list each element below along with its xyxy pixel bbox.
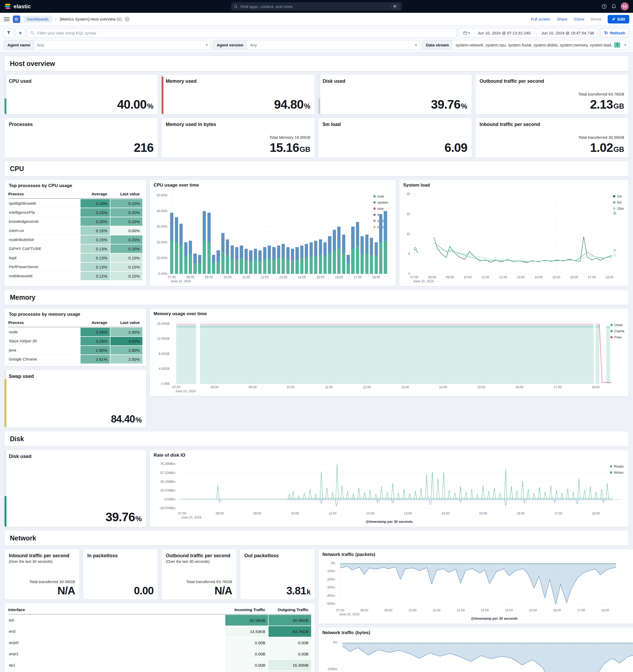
svg-text:13:00: 13:00 bbox=[517, 275, 525, 279]
svg-text:18:00: 18:00 bbox=[601, 608, 609, 612]
svg-text:-19.07MB/s: -19.07MB/s bbox=[159, 506, 175, 510]
svg-text:-500/s: -500/s bbox=[326, 602, 335, 605]
svg-text:June 10, 2024: June 10, 2024 bbox=[175, 389, 196, 393]
global-search[interactable]: ⌘/ bbox=[231, 2, 402, 11]
metric-value: 2.13GB bbox=[590, 97, 624, 112]
metric-row-1: CPU used40.00%Memory used94.80%Disk used… bbox=[4, 74, 629, 115]
full-screen-link[interactable]: Full screen bbox=[531, 17, 550, 21]
help-icon[interactable]: ? bbox=[602, 4, 607, 9]
process-name: mobileassetd bbox=[8, 272, 80, 280]
svg-text:June 10, 2024: June 10, 2024 bbox=[339, 613, 359, 616]
network-packets-chart-panel: Network traffic (packets) 0/s-100/s-200/… bbox=[319, 549, 633, 624]
heat-cell: 0.00B bbox=[225, 660, 268, 670]
refresh-button[interactable]: ↻ Refresh bbox=[600, 28, 629, 38]
svg-text:16.00GB: 16.00GB bbox=[157, 322, 170, 326]
search-icon bbox=[234, 4, 238, 8]
metric-value-block: Total transferred 63.76GBN/A bbox=[186, 579, 232, 597]
metric-progress-strip bbox=[4, 450, 6, 527]
heat-cell: 30.56GB bbox=[269, 615, 311, 626]
svg-text:18:00: 18:00 bbox=[606, 275, 613, 279]
svg-text:20.00%: 20.00% bbox=[156, 240, 168, 244]
metric-panel-disk-used: Disk used39.76% bbox=[318, 74, 472, 115]
metric-value: 94.80% bbox=[274, 97, 310, 112]
network-packets-chart: 0/s-100/s-200/s-300/s-400/s-500/s07:0008… bbox=[322, 559, 633, 617]
metric-value: 6.09 bbox=[445, 140, 467, 155]
metric-panel-in-packetloss: In packetloss0.00 bbox=[83, 549, 158, 600]
metric-row-2: Processes216Memory used in bytesTotal Me… bbox=[4, 118, 629, 158]
process-name: anpi0 bbox=[8, 637, 225, 648]
heat-cell: 0.10% bbox=[110, 254, 143, 262]
nav-menu-icon[interactable] bbox=[4, 17, 9, 21]
filter-menu-button[interactable] bbox=[4, 28, 13, 38]
table-row: ap10.00B16.35MB bbox=[8, 660, 311, 670]
heat-cell: 0.12% bbox=[80, 272, 110, 280]
metric-title: Inbound traffic per second bbox=[9, 553, 76, 558]
metric-title: Out packetloss bbox=[245, 553, 311, 558]
metric-value: 39.76% bbox=[106, 510, 142, 524]
table-row: PerfPowerServic0.13%0.10% bbox=[8, 263, 143, 271]
heat-cell: 2.61% bbox=[80, 355, 110, 363]
breadcrumb-dashboards[interactable]: Dashboards bbox=[23, 16, 52, 23]
control-agent-name[interactable]: Agent name Any ▾ bbox=[4, 40, 211, 50]
heat-cell: 3.29% bbox=[80, 337, 110, 345]
svg-text:5: 5 bbox=[408, 252, 410, 256]
elastic-brand[interactable]: elastic bbox=[4, 3, 31, 10]
svg-text:4.00GB: 4.00GB bbox=[159, 367, 170, 371]
table-row: spotlightknowle0.29%0.20% bbox=[8, 199, 143, 208]
svg-text:11:00: 11:00 bbox=[325, 385, 332, 389]
table-header: Process Average Last value bbox=[8, 319, 143, 327]
metric-number: 1.02 bbox=[590, 140, 613, 155]
control-agent-version[interactable]: Agent version Any ▾ bbox=[213, 40, 420, 50]
metric-unit: % bbox=[147, 102, 153, 111]
date-range-start[interactable]: Jun 10, 2024 @ 07:13:32.240 bbox=[474, 31, 534, 35]
metric-number: N/A bbox=[58, 585, 75, 597]
svg-text:08:00: 08:00 bbox=[186, 275, 194, 279]
cpu-process-table-body: spotlightknowle0.29%0.20%IntelligencePla… bbox=[8, 199, 143, 280]
process-name: en0 bbox=[8, 626, 225, 637]
svg-text:38.15MB/s: 38.15MB/s bbox=[160, 480, 175, 484]
breadcrumb-current: [Metrics System] Host overview (1) bbox=[60, 17, 122, 21]
heat-cell: 2.80% bbox=[110, 346, 143, 354]
cpu-top-processes-panel: Top processes by CPU usage Process Avera… bbox=[4, 179, 146, 286]
dashboard-toolbar: D Dashboards › [Metrics System] Host ove… bbox=[0, 13, 633, 26]
process-name: awdl0 bbox=[8, 671, 225, 672]
svg-text:16:00: 16:00 bbox=[517, 512, 525, 515]
calendar-button[interactable]: ▾ bbox=[459, 28, 474, 38]
svg-text:14:00: 14:00 bbox=[535, 275, 542, 279]
svg-text:-100/s: -100/s bbox=[326, 569, 335, 573]
space-badge[interactable]: D bbox=[13, 16, 20, 23]
table-row: Google Chrome2.61%2.00% bbox=[8, 355, 143, 363]
metric-value: N/A bbox=[214, 585, 232, 597]
panel-title: Top processes by memory usage bbox=[9, 312, 143, 317]
kql-filter-input[interactable] bbox=[37, 30, 454, 35]
svg-text:08:00: 08:00 bbox=[428, 275, 436, 279]
metric-unit: % bbox=[304, 102, 310, 111]
table-row: mobileassetd0.12%0.10% bbox=[8, 272, 143, 280]
user-avatar[interactable]: TA bbox=[621, 2, 629, 10]
svg-text:11:00: 11:00 bbox=[329, 512, 336, 515]
cpu-usage-chart-panel: CPU usage over time 0.00%10.00%20.00%30.… bbox=[150, 179, 396, 286]
metric-value-block: Total transferred 30.56GBN/A bbox=[29, 579, 75, 597]
reset-link[interactable]: Reset bbox=[590, 17, 601, 21]
memory-process-table-body: node3.59%2.40%Slack Helper (R3.29%4.50%j… bbox=[8, 328, 143, 363]
date-range-end[interactable]: Jun 10, 2024 @ 18:47:54.738 bbox=[538, 31, 598, 35]
metric-panel-processes: Processes216 bbox=[4, 118, 158, 158]
control-data-stream[interactable]: Data stream system.network, system.cpu, … bbox=[422, 40, 629, 50]
metric-value-block: 216 bbox=[134, 140, 154, 155]
interface-table-body: lo030.56GB30.56GBen014.53KB63.76GBanpi00… bbox=[8, 615, 311, 672]
metric-title: 5m load bbox=[323, 122, 468, 127]
dashboard-menu-icon[interactable] bbox=[125, 17, 130, 22]
interface-table-panel: Interface Incoming Traffic Outgoing Traf… bbox=[4, 603, 315, 672]
share-link[interactable]: Share bbox=[557, 17, 567, 21]
svg-text:13:00: 13:00 bbox=[404, 512, 412, 515]
notifications-icon[interactable] bbox=[611, 4, 616, 9]
metric-value-block: Total transferred 63.76GB2.13GB bbox=[578, 92, 624, 112]
heat-cell: 0.15% bbox=[80, 235, 110, 244]
edit-button[interactable]: Edit bbox=[608, 15, 629, 23]
clone-link[interactable]: Clone bbox=[574, 17, 584, 21]
svg-text:June 10, 2024: June 10, 2024 bbox=[181, 515, 201, 519]
svg-text:13:00: 13:00 bbox=[279, 275, 287, 279]
global-search-input[interactable] bbox=[240, 4, 389, 9]
add-filter-button[interactable]: + bbox=[16, 28, 25, 38]
heat-cell: 63.76GB bbox=[269, 626, 311, 637]
